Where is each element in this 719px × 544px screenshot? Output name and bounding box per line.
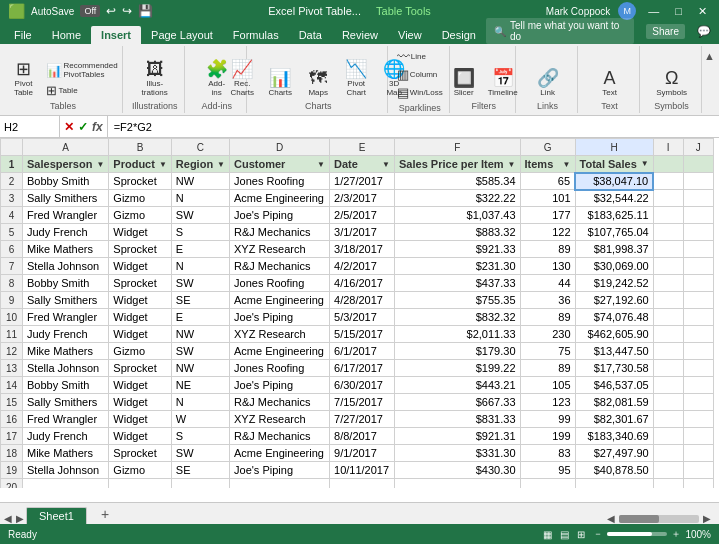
cell-row16-col4[interactable]: 7/27/2017	[330, 411, 395, 428]
tab-view[interactable]: View	[388, 26, 432, 44]
cell-reference-box[interactable]: H2	[0, 116, 60, 138]
cell-row14-col7[interactable]: $46,537.05	[575, 377, 653, 394]
zoom-out-icon[interactable]: －	[593, 527, 603, 541]
cell-row10-col1[interactable]: Widget	[109, 309, 171, 326]
cell-row16-col3[interactable]: XYZ Research	[230, 411, 330, 428]
cell-row14-col2[interactable]: NE	[171, 377, 229, 394]
cell-row3-col0[interactable]: Sally Smithers	[23, 190, 109, 207]
cell-row9-col8[interactable]	[653, 292, 683, 309]
cell-row11-col4[interactable]: 5/15/2017	[330, 326, 395, 343]
cell-row16-col7[interactable]: $82,301.67	[575, 411, 653, 428]
col-header-B[interactable]: B	[109, 139, 171, 156]
formula-input[interactable]: =F2*G2	[108, 116, 719, 138]
timeline-button[interactable]: 📅 Timeline	[484, 67, 522, 99]
cell-row14-col9[interactable]	[683, 377, 713, 394]
cell-row14-col8[interactable]	[653, 377, 683, 394]
cell-row5-col2[interactable]: S	[171, 224, 229, 241]
cell-row16-col8[interactable]	[653, 411, 683, 428]
scroll-left-icon[interactable]: ◀	[4, 513, 12, 524]
cell-row15-col1[interactable]: Widget	[109, 394, 171, 411]
cell-row12-col2[interactable]: SW	[171, 343, 229, 360]
zoom-slider[interactable]	[607, 532, 667, 536]
col-header-F[interactable]: F	[395, 139, 520, 156]
cell-row8-col0[interactable]: Bobby Smith	[23, 275, 109, 292]
cell-row6-col6[interactable]: 89	[520, 241, 575, 258]
cell-row4-col0[interactable]: Fred Wrangler	[23, 207, 109, 224]
link-button[interactable]: 🔗 Link	[530, 67, 566, 99]
cell-row13-col8[interactable]	[653, 360, 683, 377]
cell-row7-col9[interactable]	[683, 258, 713, 275]
cell-row13-col2[interactable]: NW	[171, 360, 229, 377]
cell-row2-col8[interactable]	[653, 173, 683, 190]
line-sparkline-button[interactable]: 〰 Line	[394, 48, 446, 65]
cell-row13-col4[interactable]: 6/17/2017	[330, 360, 395, 377]
cell-row9-col5[interactable]: $755.35	[395, 292, 520, 309]
cell-row16-col0[interactable]: Fred Wrangler	[23, 411, 109, 428]
cell-row18-col5[interactable]: $331.30	[395, 445, 520, 462]
cell-row15-col3[interactable]: R&J Mechanics	[230, 394, 330, 411]
cell-row6-col1[interactable]: Sprocket	[109, 241, 171, 258]
cell-row9-col2[interactable]: SE	[171, 292, 229, 309]
cell-row4-col1[interactable]: Gizmo	[109, 207, 171, 224]
cell-row11-col0[interactable]: Judy French	[23, 326, 109, 343]
tab-page-layout[interactable]: Page Layout	[141, 26, 223, 44]
cell-row2-col0[interactable]: Bobby Smith	[23, 173, 109, 190]
redo-icon[interactable]: ↪	[122, 4, 132, 18]
date-filter-icon[interactable]: ▼	[382, 160, 390, 169]
cell-row5-col7[interactable]: $107,765.04	[575, 224, 653, 241]
col-header-E[interactable]: E	[330, 139, 395, 156]
cell-row9-col4[interactable]: 4/28/2017	[330, 292, 395, 309]
cell-row14-col4[interactable]: 6/30/2017	[330, 377, 395, 394]
cell-row19-col4[interactable]: 10/11/2017	[330, 462, 395, 479]
cell-row17-col0[interactable]: Judy French	[23, 428, 109, 445]
cell-row12-col1[interactable]: Gizmo	[109, 343, 171, 360]
cell-row11-col9[interactable]	[683, 326, 713, 343]
cell-row5-col6[interactable]: 122	[520, 224, 575, 241]
h-scroll-right[interactable]: ▶	[703, 513, 711, 524]
recommended-charts-button[interactable]: 📈 Rec.Charts	[224, 58, 260, 99]
customer-filter-icon[interactable]: ▼	[317, 160, 325, 169]
cell-row9-col6[interactable]: 36	[520, 292, 575, 309]
zoom-in-icon[interactable]: ＋	[671, 527, 681, 541]
cell-row4-col9[interactable]	[683, 207, 713, 224]
illustrations-button[interactable]: 🖼 Illus-trations	[137, 58, 173, 99]
header-product[interactable]: Product▼	[109, 156, 171, 173]
cell-row20-col5[interactable]	[395, 479, 520, 489]
view-layout-icon[interactable]: ▤	[560, 529, 569, 540]
cell-row7-col6[interactable]: 130	[520, 258, 575, 275]
cell-row12-col4[interactable]: 6/1/2017	[330, 343, 395, 360]
total-filter-icon[interactable]: ▼	[641, 159, 649, 168]
sheet-tab-sheet1[interactable]: Sheet1	[26, 507, 87, 524]
cell-row13-col7[interactable]: $17,730.58	[575, 360, 653, 377]
cell-row12-col7[interactable]: $13,447.50	[575, 343, 653, 360]
tab-data[interactable]: Data	[289, 26, 332, 44]
cell-row10-col4[interactable]: 5/3/2017	[330, 309, 395, 326]
cell-row13-col0[interactable]: Stella Johnson	[23, 360, 109, 377]
view-page-break-icon[interactable]: ⊞	[577, 529, 585, 540]
cell-row10-col2[interactable]: E	[171, 309, 229, 326]
cell-row3-col7[interactable]: $32,544.22	[575, 190, 653, 207]
header-price[interactable]: Sales Price per Item▼	[395, 156, 520, 173]
cell-row8-col6[interactable]: 44	[520, 275, 575, 292]
header-region[interactable]: Region▼	[171, 156, 229, 173]
cell-row13-col6[interactable]: 89	[520, 360, 575, 377]
cell-row20-col8[interactable]	[653, 479, 683, 489]
minimize-button[interactable]: —	[644, 5, 663, 17]
cell-row6-col8[interactable]	[653, 241, 683, 258]
tab-formulas[interactable]: Formulas	[223, 26, 289, 44]
cell-row5-col5[interactable]: $883.32	[395, 224, 520, 241]
region-filter-icon[interactable]: ▼	[217, 160, 225, 169]
cell-row20-col3[interactable]	[230, 479, 330, 489]
table-button[interactable]: ⊞ Table	[43, 82, 120, 99]
cell-row13-col1[interactable]: Sprocket	[109, 360, 171, 377]
cell-row11-col5[interactable]: $2,011.33	[395, 326, 520, 343]
cell-row2-col5[interactable]: $585.34	[395, 173, 520, 190]
cell-row10-col7[interactable]: $74,076.48	[575, 309, 653, 326]
cell-row13-col5[interactable]: $199.22	[395, 360, 520, 377]
cell-row9-col7[interactable]: $27,192.60	[575, 292, 653, 309]
cell-row15-col4[interactable]: 7/15/2017	[330, 394, 395, 411]
winloss-sparkline-button[interactable]: ▤ Win/Loss	[394, 84, 446, 101]
cell-row7-col5[interactable]: $231.30	[395, 258, 520, 275]
tab-file[interactable]: File	[4, 26, 42, 44]
tab-home[interactable]: Home	[42, 26, 91, 44]
